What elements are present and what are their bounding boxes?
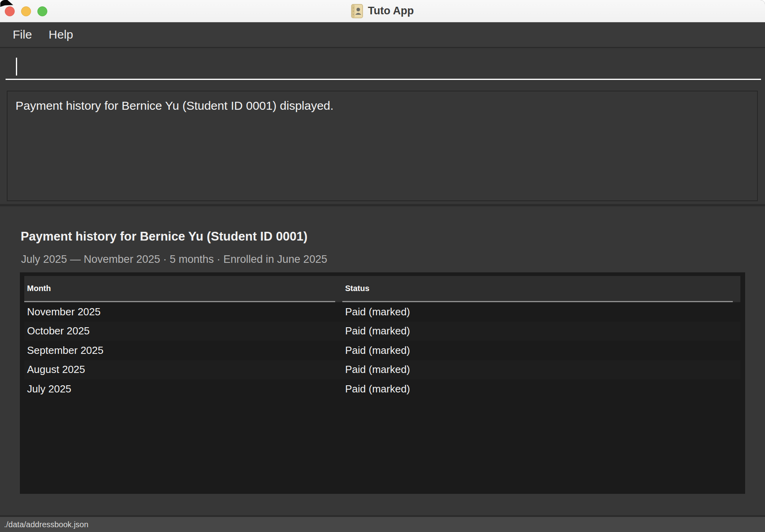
cell-status: Paid (marked) bbox=[342, 325, 740, 337]
output-message-box: Payment history for Bernice Yu (Student … bbox=[7, 91, 758, 201]
column-header-month[interactable]: Month bbox=[24, 276, 335, 302]
statusbar: ./data/addressbook.json bbox=[0, 515, 765, 532]
column-header-status[interactable]: Status bbox=[342, 276, 733, 302]
window-title: Tuto App bbox=[368, 5, 414, 17]
addressbook-app-icon bbox=[351, 4, 363, 18]
cell-month: October 2025 bbox=[24, 325, 342, 337]
column-end-spacer bbox=[733, 276, 740, 302]
text-caret bbox=[16, 58, 17, 76]
cell-month: July 2025 bbox=[24, 383, 342, 395]
cell-month: August 2025 bbox=[24, 363, 342, 376]
column-gap bbox=[335, 276, 342, 302]
output-message: Payment history for Bernice Yu (Student … bbox=[16, 98, 749, 113]
table-row[interactable]: August 2025Paid (marked) bbox=[24, 360, 740, 380]
cell-status: Paid (marked) bbox=[342, 306, 740, 318]
table-row[interactable]: September 2025Paid (marked) bbox=[24, 341, 740, 360]
zoom-window-button[interactable] bbox=[37, 6, 47, 16]
table-header-row: Month Status bbox=[24, 276, 740, 302]
payment-table: Month Status November 2025Paid (marked)O… bbox=[20, 272, 745, 494]
cell-month: November 2025 bbox=[24, 306, 342, 318]
table-row[interactable]: October 2025Paid (marked) bbox=[24, 322, 740, 341]
title-group: Tuto App bbox=[351, 4, 414, 18]
horizontal-separator bbox=[0, 204, 765, 206]
cell-status: Paid (marked) bbox=[342, 344, 740, 357]
app-window: Tuto App File Help Payment history for B… bbox=[0, 0, 765, 532]
cell-status: Paid (marked) bbox=[342, 383, 740, 395]
close-window-button[interactable] bbox=[5, 6, 15, 16]
payment-history-subheading: July 2025 — November 2025 · 5 months · E… bbox=[21, 253, 327, 266]
payment-history-heading: Payment history for Bernice Yu (Student … bbox=[21, 229, 307, 244]
table-row[interactable]: July 2025Paid (marked) bbox=[24, 379, 740, 399]
menu-file[interactable]: File bbox=[13, 28, 32, 41]
table-row[interactable]: November 2025Paid (marked) bbox=[24, 302, 740, 322]
minimize-window-button[interactable] bbox=[21, 6, 31, 16]
cell-month: September 2025 bbox=[24, 344, 342, 357]
titlebar: Tuto App bbox=[0, 0, 765, 22]
menu-help[interactable]: Help bbox=[49, 28, 73, 41]
menubar: File Help bbox=[0, 22, 765, 48]
command-input[interactable] bbox=[8, 52, 759, 78]
table-body: November 2025Paid (marked)October 2025Pa… bbox=[24, 302, 740, 399]
cell-status: Paid (marked) bbox=[342, 363, 740, 376]
window-controls bbox=[5, 0, 47, 22]
command-input-zone bbox=[0, 49, 765, 81]
statusbar-path: ./data/addressbook.json bbox=[4, 520, 88, 529]
input-underline bbox=[6, 79, 761, 80]
